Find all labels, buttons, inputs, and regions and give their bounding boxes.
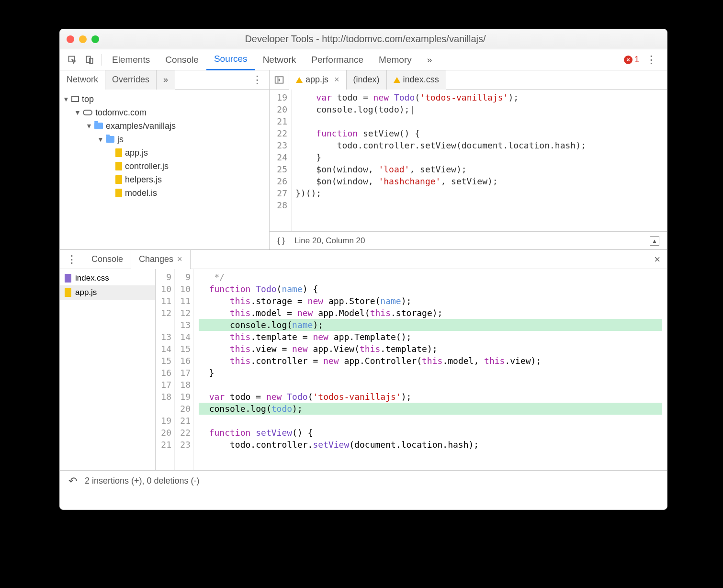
file-tab-app-js[interactable]: app.js×: [289, 70, 347, 90]
toggle-navigator-icon[interactable]: [270, 70, 289, 90]
tab-console[interactable]: Console: [158, 49, 206, 70]
drawer-tab-console[interactable]: Console: [84, 250, 131, 269]
warning-icon: [296, 77, 303, 83]
folder-icon: [94, 123, 103, 129]
navigator-tabs: Network Overrides » ⋮: [60, 70, 269, 90]
file-icon: [65, 288, 71, 297]
pretty-print-button[interactable]: { }: [277, 236, 285, 246]
devtools-window: Developer Tools - http://todomvc.com/exa…: [59, 29, 667, 510]
window-titlebar: Developer Tools - http://todomvc.com/exa…: [60, 29, 667, 49]
file-icon: [115, 175, 122, 184]
error-icon: ×: [624, 56, 633, 64]
drawer-tabs: ⋮ Console Changes× ×: [60, 250, 667, 269]
drawer-tab-changes[interactable]: Changes×: [131, 250, 191, 269]
file-icon: [115, 162, 122, 170]
close-window-button[interactable]: [67, 35, 74, 43]
tree-file[interactable]: app.js: [60, 146, 269, 159]
close-tab-icon[interactable]: ×: [177, 254, 182, 264]
traffic-lights: [67, 35, 99, 43]
error-badge[interactable]: × 1: [624, 55, 639, 65]
settings-menu-icon[interactable]: ⋮: [639, 54, 663, 66]
tab-network[interactable]: Network: [255, 49, 304, 70]
tree-file[interactable]: controller.js: [60, 159, 269, 173]
tree-top[interactable]: ▼top: [60, 92, 269, 106]
navigator-tabs-overflow[interactable]: »: [157, 70, 175, 90]
new-line-gutter: 91011121314151617181920212223: [175, 269, 194, 470]
navigator-tab-network[interactable]: Network: [60, 70, 105, 90]
navigator-pane: Network Overrides » ⋮ ▼top ▼todomvc.com …: [60, 70, 270, 249]
tree-file[interactable]: model.is: [60, 186, 269, 200]
diff-text: */ function Todo(name) { this.storage = …: [194, 269, 667, 470]
error-count: 1: [634, 55, 639, 65]
file-tab-index[interactable]: (index): [347, 70, 387, 90]
cursor-position: Line 20, Column 20: [294, 236, 365, 246]
changes-panel: index.css app.js 9101112 131415161718 19…: [60, 269, 667, 470]
tab-performance[interactable]: Performance: [304, 49, 371, 70]
tab-sources[interactable]: Sources: [206, 49, 255, 70]
coverage-toggle-icon[interactable]: ▲: [650, 236, 659, 246]
minimize-window-button[interactable]: [79, 35, 87, 43]
changed-file[interactable]: app.js: [60, 285, 155, 300]
folder-icon: [106, 136, 114, 143]
tree-js-folder[interactable]: ▼js: [60, 133, 269, 146]
old-line-gutter: 9101112 131415161718 192021: [156, 269, 175, 470]
changed-file[interactable]: index.css: [60, 271, 155, 285]
tab-elements[interactable]: Elements: [104, 49, 158, 70]
changed-files-list: index.css app.js: [60, 269, 156, 470]
tabs-overflow[interactable]: »: [419, 49, 440, 70]
sources-upper: Network Overrides » ⋮ ▼top ▼todomvc.com …: [60, 70, 667, 249]
editor-pane: app.js× (index) index.css 19202122232425…: [270, 70, 667, 249]
revert-icon[interactable]: ↶: [68, 475, 77, 487]
file-icon: [115, 148, 122, 157]
editor-statusbar: { } Line 20, Column 20 ▲: [270, 231, 667, 249]
window-title: Developer Tools - http://todomvc.com/exa…: [99, 34, 632, 45]
tree-domain[interactable]: ▼todomvc.com: [60, 106, 269, 119]
changes-statusbar: ↶ 2 insertions (+), 0 deletions (-): [60, 470, 667, 491]
code-text[interactable]: var todo = new Todo('todos-vanillajs'); …: [292, 90, 590, 231]
file-tree: ▼top ▼todomvc.com ▼examples/vanillajs ▼j…: [60, 90, 269, 249]
close-tab-icon[interactable]: ×: [334, 75, 339, 85]
tree-path[interactable]: ▼examples/vanillajs: [60, 119, 269, 133]
changes-summary: 2 insertions (+), 0 deletions (-): [85, 476, 200, 486]
drawer: ⋮ Console Changes× × index.css app.js 91…: [60, 249, 667, 491]
code-editor[interactable]: 19202122232425262728 var todo = new Todo…: [270, 90, 667, 231]
close-drawer-icon[interactable]: ×: [647, 253, 667, 266]
cloud-icon: [83, 110, 92, 115]
main-toolbar: Elements Console Sources Network Perform…: [60, 49, 667, 70]
zoom-window-button[interactable]: [91, 35, 99, 43]
diff-view[interactable]: 9101112 131415161718 192021 910111213141…: [156, 269, 667, 470]
file-icon: [65, 274, 71, 283]
tab-memory[interactable]: Memory: [371, 49, 419, 70]
frame-icon: [71, 96, 79, 102]
line-gutter: 19202122232425262728: [270, 90, 292, 231]
editor-tabs: app.js× (index) index.css: [270, 70, 667, 90]
navigator-menu-icon[interactable]: ⋮: [245, 74, 269, 86]
toggle-device-icon[interactable]: [81, 55, 98, 65]
navigator-tab-overrides[interactable]: Overrides: [105, 70, 157, 90]
inspect-element-icon[interactable]: [64, 55, 81, 65]
tree-file[interactable]: helpers.js: [60, 173, 269, 186]
drawer-menu-icon[interactable]: ⋮: [60, 253, 84, 266]
file-icon: [115, 189, 122, 197]
warning-icon: [394, 77, 400, 83]
file-tab-index-css[interactable]: index.css: [387, 70, 446, 90]
